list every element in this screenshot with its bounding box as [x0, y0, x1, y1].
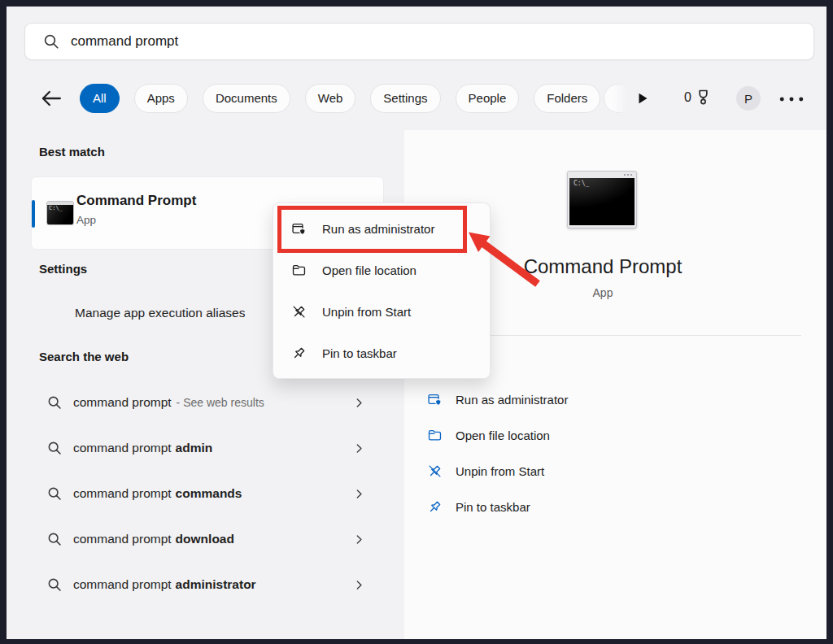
context-menu-item-run-as-administrator[interactable]: Run as administrator: [273, 208, 490, 250]
folder-icon: [292, 263, 306, 277]
tab-overflow-fragment: [604, 84, 635, 113]
tab-settings[interactable]: Settings: [370, 84, 440, 113]
action-run-as-administrator[interactable]: Run as administrator: [404, 381, 801, 417]
play-icon[interactable]: [636, 91, 649, 106]
action-pin-to-taskbar[interactable]: Pin to taskbar: [404, 489, 801, 524]
chevron-right-icon: [354, 580, 364, 590]
context-menu-item-label: Unpin from Start: [322, 305, 411, 319]
suggestion-text: command prompt: [73, 532, 172, 546]
command-prompt-icon: C:\_: [46, 201, 74, 225]
section-settings: Settings: [39, 262, 87, 276]
tab-documents[interactable]: Documents: [203, 84, 290, 113]
back-arrow-icon[interactable]: [41, 89, 62, 108]
settings-result-manage-aliases[interactable]: Manage app execution aliases: [75, 306, 245, 320]
search-filter-tabs: All Apps Documents Web Settings People F…: [80, 84, 600, 113]
chevron-right-icon: [354, 534, 364, 545]
chevron-right-icon: [354, 398, 364, 408]
action-unpin-from-start[interactable]: Unpin from Start: [404, 453, 801, 489]
search-input[interactable]: [69, 33, 802, 50]
search-icon: [43, 33, 59, 50]
suggestion-suffix: admin: [176, 441, 213, 455]
context-menu-item-open-file-location[interactable]: Open file location: [273, 250, 490, 291]
suggestion-text: command prompt: [73, 441, 172, 455]
suggestion-suffix: download: [176, 532, 234, 546]
context-menu-item-label: Pin to taskbar: [322, 346, 397, 360]
search-bar[interactable]: [24, 23, 814, 60]
suggestion-text: command prompt: [73, 486, 172, 500]
more-options-icon[interactable]: [778, 93, 805, 106]
chevron-right-icon: [354, 443, 364, 454]
action-label: Unpin from Start: [456, 464, 544, 478]
tab-people[interactable]: People: [456, 84, 520, 113]
pin-icon: [428, 500, 442, 514]
context-menu-item-unpin-from-start[interactable]: Unpin from Start: [273, 291, 490, 333]
tab-apps[interactable]: Apps: [134, 84, 188, 113]
tab-folders[interactable]: Folders: [534, 84, 600, 113]
suggestion-text: command prompt: [73, 577, 172, 591]
web-suggestion-row[interactable]: command promptadmin: [39, 432, 376, 464]
preview-action-list: Run as administrator Open file location …: [404, 381, 801, 524]
web-suggestion-row[interactable]: command promptadministrator: [39, 568, 376, 601]
section-best-match: Best match: [39, 145, 105, 159]
search-icon: [47, 486, 62, 501]
unpin-icon: [428, 464, 442, 478]
rewards-medal-icon: [695, 89, 712, 106]
section-search-the-web: Search the web: [39, 350, 129, 363]
suggestion-suffix: administrator: [176, 577, 256, 591]
context-menu-item-pin-to-taskbar[interactable]: Pin to taskbar: [273, 333, 490, 374]
context-menu: Run as administrator Open file location …: [273, 202, 491, 379]
windows-search-screen: All Apps Documents Web Settings People F…: [0, 0, 833, 644]
avatar-initial: P: [744, 92, 752, 106]
preview-divider: [443, 335, 801, 336]
run-as-admin-icon: [428, 393, 442, 407]
action-label: Run as administrator: [456, 393, 568, 407]
search-icon: [47, 532, 62, 546]
context-menu-item-label: Open file location: [322, 263, 416, 277]
web-suggestion-row[interactable]: command promptcommands: [39, 477, 376, 510]
result-title: Command Prompt: [76, 193, 196, 209]
rewards-count: 0: [684, 90, 691, 105]
run-as-admin-icon: [292, 222, 306, 236]
action-open-file-location[interactable]: Open file location: [404, 417, 801, 453]
context-menu-item-label: Run as administrator: [322, 222, 434, 236]
result-type: App: [76, 214, 96, 226]
search-icon: [47, 395, 62, 410]
action-label: Open file location: [456, 429, 550, 442]
rewards-counter[interactable]: 0: [684, 89, 712, 106]
chevron-right-icon: [354, 489, 364, 499]
action-label: Pin to taskbar: [456, 500, 530, 514]
command-prompt-large-icon: C:\_: [567, 171, 637, 228]
suggestion-text: command prompt: [73, 395, 172, 409]
tab-all[interactable]: All: [80, 84, 120, 113]
folder-icon: [428, 429, 442, 442]
pin-icon: [292, 346, 306, 360]
search-icon: [47, 577, 62, 592]
suggestion-note: - See web results: [177, 396, 264, 409]
selection-accent-bar: [32, 200, 35, 228]
web-suggestion-row[interactable]: command prompt- See web results: [39, 386, 376, 419]
web-suggestion-row[interactable]: command promptdownload: [39, 523, 376, 555]
tab-web[interactable]: Web: [305, 84, 356, 113]
user-avatar[interactable]: P: [736, 86, 761, 111]
search-icon: [47, 441, 62, 455]
suggestion-suffix: commands: [176, 486, 242, 500]
unpin-icon: [292, 305, 306, 319]
